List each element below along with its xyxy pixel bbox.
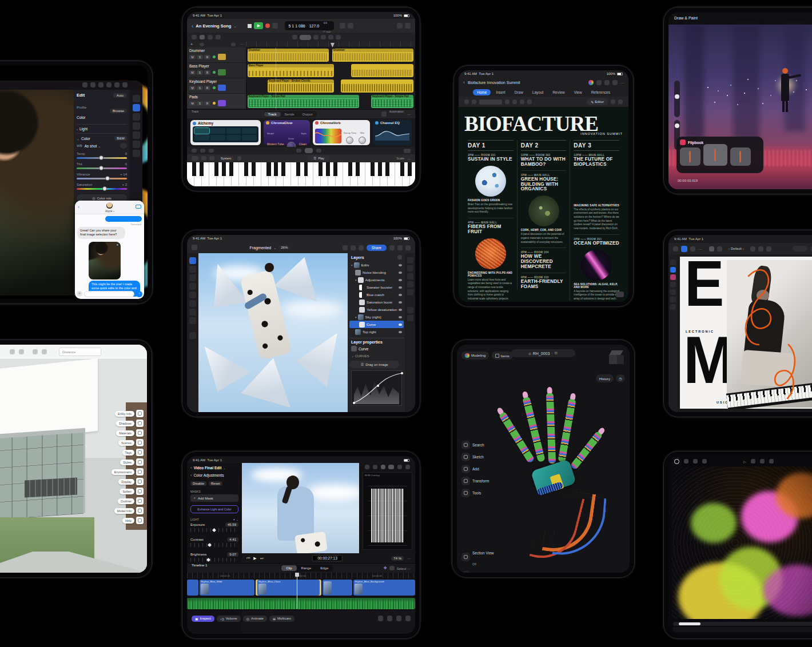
save-button[interactable] [793, 246, 807, 251]
piano-black-keys[interactable] [187, 162, 415, 176]
export-icon[interactable] [10, 349, 15, 354]
msr-button[interactable]: M [189, 55, 196, 59]
msr-button[interactable]: R [204, 101, 210, 106]
light-section[interactable]: ›Light [77, 124, 127, 131]
distance-input[interactable]: Distance [59, 348, 101, 356]
tool-button[interactable]: Search [461, 441, 489, 449]
inspect-button[interactable]: ▣ Inspect [192, 616, 214, 622]
mixer-icon[interactable] [316, 149, 321, 153]
volume-button[interactable]: ◁) Volume [217, 616, 241, 622]
duplicate-icon[interactable] [693, 459, 698, 464]
share-icon[interactable] [19, 349, 24, 354]
keyboard-icon[interactable] [192, 156, 198, 161]
ribbon-tab[interactable]: References [587, 89, 614, 95]
align-icon[interactable] [766, 246, 771, 251]
msr-button[interactable]: S [197, 70, 203, 75]
preset-cell[interactable] [242, 128, 257, 134]
stop-button[interactable] [248, 24, 252, 28]
comments-panel-icon[interactable] [407, 273, 413, 279]
move-tool-icon[interactable] [189, 257, 196, 264]
crop-icon[interactable] [133, 95, 140, 102]
more-icon[interactable]: ⋯ [620, 81, 624, 85]
document-page[interactable]: BIOFACTURE INNOVATION SUMMIT DAY 1 2PM —… [459, 107, 628, 302]
history-panel-icon[interactable] [407, 307, 413, 313]
avatar[interactable] [106, 202, 113, 209]
msr-button[interactable]: M [189, 70, 196, 75]
clip-partial[interactable] [187, 580, 198, 596]
settings-icon[interactable] [405, 245, 411, 250]
browser-view-icon[interactable] [216, 35, 221, 39]
masking-icon[interactable] [133, 113, 140, 121]
layer-row[interactable]: Top right [349, 328, 404, 336]
edit-mode[interactable]: Range [297, 565, 316, 571]
frame-thumbnail[interactable] [680, 147, 700, 166]
adjust-panel-icon[interactable] [407, 265, 413, 271]
lens-icon[interactable] [133, 141, 140, 148]
msr-button[interactable]: S [197, 55, 203, 59]
ribbon-tab[interactable]: Home [473, 89, 491, 95]
panel-button[interactable]: Outliner [75, 497, 144, 505]
loop-icon[interactable] [760, 459, 765, 464]
stamp-tool-icon[interactable] [189, 291, 196, 298]
more-icon[interactable]: ⋯ [407, 112, 411, 116]
play-button[interactable]: ▶ [254, 22, 263, 29]
next-frame-icon[interactable]: ⏭ [260, 556, 264, 561]
region[interactable]: Drummer [332, 49, 413, 62]
edit-icon[interactable] [133, 104, 140, 111]
pointer-tool-icon[interactable] [300, 35, 311, 40]
layer-row[interactable]: Noise blending [349, 269, 404, 276]
align-icon[interactable] [527, 99, 532, 104]
frame-icon[interactable] [751, 459, 755, 464]
audio-track[interactable] [187, 597, 415, 610]
frame-thumbnail-current[interactable] [703, 144, 727, 166]
tool-button[interactable]: Tools [461, 489, 489, 497]
slider-thumb[interactable] [102, 186, 107, 191]
export-panel-icon[interactable] [407, 289, 413, 295]
pen-tool-icon[interactable] [670, 282, 676, 287]
scissors-tool-icon[interactable] [321, 35, 326, 39]
panel-button[interactable]: Shadows [75, 420, 144, 427]
find-icon[interactable] [618, 99, 623, 104]
playback-scrubber[interactable] [673, 622, 812, 626]
scope-split-icon[interactable] [381, 465, 385, 469]
font-select[interactable] [479, 99, 502, 105]
mirror-icon[interactable] [758, 246, 763, 251]
automation-pencil-icon[interactable] [381, 111, 387, 117]
clip[interactable]: Skyline_Blue_Background [353, 580, 415, 596]
color-section[interactable]: ⌄Color B&W [77, 133, 127, 141]
edit-mode[interactable]: Clip [281, 565, 296, 571]
region[interactable]: Keyboard Player - Simple Pad [248, 95, 359, 108]
tab-output[interactable]: Output [298, 112, 317, 117]
brush-tool-icon[interactable] [189, 274, 196, 281]
lasso-tool-icon[interactable] [189, 266, 196, 273]
layer-row[interactable]: ▾Sky (right) [349, 313, 404, 321]
node-tool-icon[interactable] [670, 267, 676, 273]
presets-icon[interactable] [133, 131, 140, 139]
help-icon[interactable] [397, 245, 403, 250]
slider-thumb[interactable] [99, 155, 104, 160]
layer-row[interactable]: ▾Edits [349, 261, 404, 269]
layer-row[interactable]: Blue match [349, 291, 404, 298]
fill-tool-icon[interactable] [670, 304, 676, 310]
color-chip[interactable] [189, 332, 196, 339]
copy-tool-icon[interactable] [292, 35, 297, 39]
underline-icon[interactable] [520, 99, 524, 104]
slider-track[interactable] [77, 157, 127, 159]
document-pill[interactable]: ⌂RH_0003◦⊖ [511, 349, 575, 357]
panel-button[interactable]: Environment [75, 468, 144, 476]
comment-icon[interactable] [611, 99, 615, 104]
export-icon[interactable] [389, 245, 395, 250]
add-mask-button[interactable]: ＋ Add Mask [190, 494, 238, 502]
model-canvas[interactable]: Entity InfoShadowsMaterialsScenesTagsSty… [0, 360, 147, 573]
search-icon[interactable] [604, 80, 610, 85]
panel-button[interactable]: Soften [75, 488, 144, 495]
settings-gear-icon[interactable] [33, 349, 38, 354]
smart-controls-icon[interactable] [305, 148, 313, 153]
zoom-tool-icon[interactable] [336, 35, 341, 39]
mixer-view-icon[interactable] [200, 35, 205, 39]
track-header-bass[interactable]: Bass Player MSR [187, 63, 246, 78]
eyedropper-icon[interactable] [120, 143, 127, 149]
record-icon[interactable] [674, 459, 679, 464]
more-icon[interactable]: ⋯ [240, 42, 244, 46]
track-header-drummer[interactable]: Drummer MSR [187, 47, 246, 63]
